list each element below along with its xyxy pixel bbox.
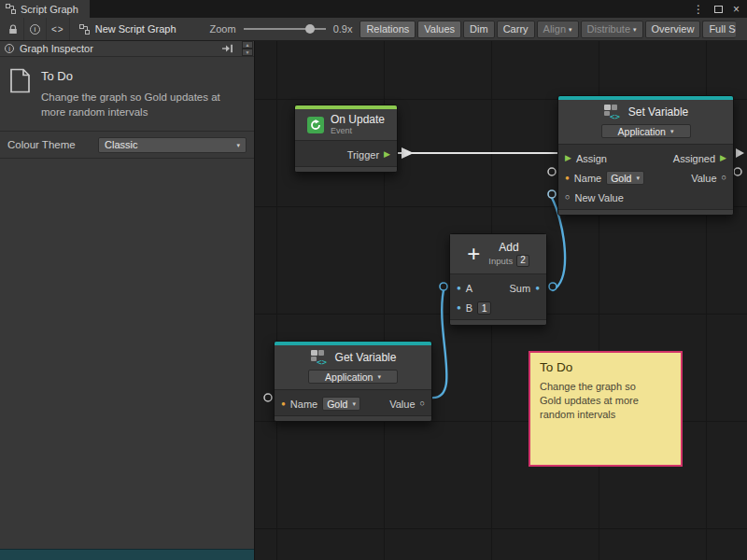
graph-toolbar: i <> New Script Graph Zoom 0.9x Relation…: [0, 18, 747, 41]
get-variable-header: <> Get Variable Application ▾: [275, 345, 431, 389]
variable-name-dropdown[interactable]: Gold ▾: [606, 171, 644, 185]
node-footer: [295, 166, 397, 172]
chevron-down-icon: ▾: [377, 373, 381, 380]
relations-button[interactable]: Relations: [359, 21, 416, 38]
node-title: Get Variable: [335, 351, 397, 364]
variable-name-dropdown[interactable]: Gold ▾: [322, 397, 360, 411]
graph-name-chip[interactable]: New Script Graph: [79, 23, 176, 35]
menu-icon[interactable]: ⋮: [693, 4, 704, 15]
new-value-port-label: New Value: [574, 192, 623, 203]
assigned-port[interactable]: ▶: [720, 154, 726, 162]
node-footer: [558, 209, 733, 215]
on-update-icon: [307, 117, 324, 133]
variable-scope-dropdown[interactable]: Application ▾: [308, 370, 398, 384]
node-title: Set Variable: [628, 105, 688, 119]
info-icon[interactable]: i: [24, 18, 47, 40]
node-add[interactable]: + Add Inputs 2 ● A Sum ● ● B 1: [449, 233, 547, 326]
trigger-port-label: Trigger: [347, 149, 379, 161]
sum-port[interactable]: ●: [535, 285, 540, 292]
carry-button[interactable]: Carry: [497, 21, 535, 38]
value-port[interactable]: ○: [420, 399, 425, 408]
tab-label: Script Graph: [21, 4, 78, 15]
name-port[interactable]: ●: [281, 400, 286, 408]
sticky-note-title: To Do: [540, 360, 671, 374]
graph-file-icon: [79, 24, 90, 35]
graph-name: New Script Graph: [95, 23, 176, 35]
window-controls: ⋮ ×: [693, 0, 747, 18]
node-subtitle: Event: [331, 126, 352, 136]
inspector-todo-text: Change the graph so Gold updates at more…: [41, 90, 228, 119]
name-port[interactable]: ●: [565, 175, 570, 182]
node-on-update[interactable]: On Update Event Trigger ▶: [294, 105, 398, 173]
node-footer: [450, 319, 546, 325]
zoom-value: 0.9x: [333, 23, 353, 35]
assign-port-label: Assign: [576, 153, 607, 164]
colour-theme-dropdown[interactable]: Classic ▾: [98, 137, 247, 153]
b-value-input[interactable]: 1: [477, 301, 491, 315]
inspector-scroll-spinner[interactable]: ▲ ▼: [242, 41, 253, 56]
sticky-note[interactable]: To Do Change the graph so Gold updates a…: [529, 351, 683, 467]
dim-button[interactable]: Dim: [463, 21, 495, 38]
distribute-button[interactable]: Distribute ▾: [581, 21, 643, 38]
tab-script-graph[interactable]: Script Graph: [0, 0, 90, 18]
full-screen-button[interactable]: Full Screen: [702, 21, 736, 38]
variable-icon: <>: [310, 349, 329, 366]
variable-scope-dropdown[interactable]: Application ▾: [601, 124, 691, 138]
on-update-header: On Update Event: [295, 109, 397, 140]
new-value-port[interactable]: ○: [565, 193, 570, 202]
value-port[interactable]: ○: [722, 174, 726, 182]
overview-button[interactable]: Overview: [645, 21, 701, 38]
maximize-icon[interactable]: [714, 6, 723, 13]
zoom-slider[interactable]: [244, 22, 326, 35]
colour-theme-row: Colour Theme Classic ▾: [0, 132, 254, 159]
value-port-label: Value: [389, 399, 415, 410]
align-button[interactable]: Align ▾: [537, 21, 579, 38]
svg-text:<>: <>: [317, 357, 327, 366]
assigned-port-label: Assigned: [673, 153, 715, 164]
add-icon: +: [467, 245, 480, 263]
inspector-header: i Graph Inspector: [0, 41, 254, 57]
zoom-label: Zoom: [210, 23, 236, 35]
sticky-note-text: Change the graph so Gold updates at more…: [540, 380, 654, 422]
inspector-todo-title: To Do: [41, 69, 228, 83]
value-port-label: Value: [691, 173, 716, 184]
chevron-down-icon: ▾: [352, 400, 356, 407]
scroll-up-icon[interactable]: ▲: [242, 41, 253, 49]
node-title: On Update: [331, 113, 385, 126]
chevron-down-icon: ▾: [633, 26, 637, 33]
sum-port-label: Sum: [510, 283, 531, 294]
variable-icon: <>: [603, 104, 622, 120]
a-port[interactable]: ●: [457, 285, 461, 292]
assign-port[interactable]: ▶: [565, 154, 571, 162]
name-port-label: Name: [574, 173, 601, 184]
values-button[interactable]: Values: [417, 21, 461, 38]
inspector-title: Graph Inspector: [20, 43, 93, 54]
b-port[interactable]: ●: [457, 304, 461, 312]
add-header: + Add Inputs 2: [450, 234, 546, 273]
variables-panel-edge[interactable]: [0, 549, 254, 560]
close-icon[interactable]: ×: [733, 4, 740, 15]
window-tab-bar: Script Graph ⋮ ×: [0, 0, 747, 18]
node-set-variable[interactable]: <> Set Variable Application ▾ ▶ Assign A…: [557, 95, 734, 216]
b-port-label: B: [466, 302, 472, 314]
zoom-slider-handle[interactable]: [305, 24, 315, 34]
padlock-glyph: [8, 24, 18, 35]
inspector-todo-section: To Do Change the graph so Gold updates a…: [0, 57, 254, 132]
code-icon[interactable]: <>: [47, 18, 70, 40]
name-port-label: Name: [290, 399, 317, 410]
chevron-down-icon: ▾: [236, 142, 240, 148]
trigger-port[interactable]: ▶: [384, 150, 390, 159]
a-port-label: A: [466, 283, 472, 294]
node-get-variable[interactable]: <> Get Variable Application ▾ ● Name Gol…: [274, 341, 432, 422]
dock-arrow-icon[interactable]: [221, 44, 233, 53]
colour-theme-label: Colour Theme: [7, 139, 98, 150]
chevron-down-icon: ▾: [569, 26, 572, 33]
set-variable-header: <> Set Variable Application ▾: [558, 100, 733, 144]
node-footer: [275, 415, 431, 421]
lock-icon[interactable]: [2, 18, 24, 40]
note-icon: [9, 68, 31, 93]
scroll-down-icon[interactable]: ▼: [242, 49, 253, 56]
inputs-count[interactable]: 2: [516, 255, 529, 267]
graph-inspector-panel: i Graph Inspector ▲ ▼ To Do Change the g…: [0, 41, 255, 560]
inputs-label: Inputs: [488, 256, 513, 267]
